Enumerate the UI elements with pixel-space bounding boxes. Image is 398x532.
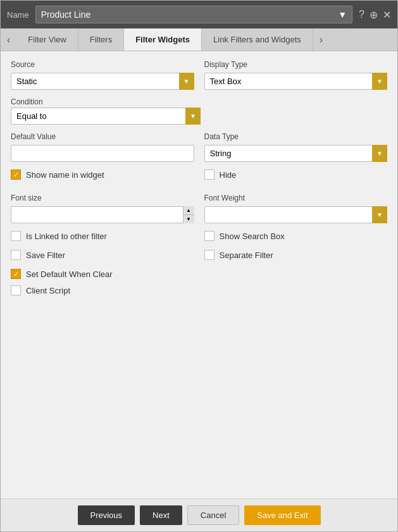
source-field: Source Static ▼ (11, 60, 194, 90)
display-type-label: Display Type (204, 60, 388, 69)
font-weight-label: Font Weight (204, 194, 388, 202)
source-select-wrapper: Static ▼ (11, 73, 194, 90)
separate-filter-label: Separate Filter (220, 251, 273, 260)
checkboxes-section: Is Linked to other filter Show Search Bo… (11, 231, 387, 295)
is-linked-checkbox[interactable] (11, 231, 21, 241)
tab-prev-icon: ‹ (7, 34, 10, 46)
display-type-select-wrapper: Text Box ▼ (204, 73, 388, 90)
save-exit-button[interactable]: Save and Exit (244, 505, 320, 525)
default-datatype-row: Default Value All Data Type String ▼ (11, 132, 387, 162)
show-search-checkbox[interactable] (204, 231, 215, 241)
client-script-label: Client Script (26, 286, 70, 295)
default-value-input[interactable]: All (11, 145, 194, 162)
condition-row: Condition Equal to ▼ (11, 97, 387, 125)
data-type-field: Data Type String ▼ (204, 132, 388, 162)
separate-filter-checkbox-row: Separate Filter (204, 250, 388, 260)
name-value: Product Line (41, 9, 91, 20)
display-type-field: Display Type Text Box ▼ (204, 60, 388, 90)
show-search-col: Show Search Box (204, 231, 388, 247)
tab-bar: ‹ Filter View Filters Filter Widgets Lin… (1, 28, 397, 51)
font-size-label: Font size (11, 194, 194, 202)
tab-filters-label: Filters (90, 35, 112, 44)
set-default-checkbox-row: Set Default When Clear (11, 269, 387, 279)
font-size-spinner-wrapper: ▲ ▼ (11, 206, 194, 223)
font-size-spinner: ▲ ▼ (183, 206, 194, 223)
source-label: Source (11, 60, 194, 69)
header-icons: ? ⊕ ✕ (359, 9, 391, 21)
condition-label: Condition (11, 97, 387, 106)
tab-filter-view[interactable]: Filter View (16, 28, 78, 51)
show-name-checkbox-row: Show name in widget (11, 170, 194, 180)
linked-search-row: Is Linked to other filter Show Search Bo… (11, 231, 387, 247)
hide-checkbox[interactable] (204, 170, 215, 180)
data-type-select-wrapper: String ▼ (204, 145, 388, 162)
hide-checkbox-row: Hide (204, 170, 388, 180)
tab-filter-widgets-label: Filter Widgets (135, 35, 190, 44)
condition-select-wrapper: Equal to ▼ (11, 108, 201, 125)
default-value-field: Default Value All (11, 132, 194, 162)
separate-filter-col: Separate Filter (204, 250, 388, 266)
is-linked-checkbox-row: Is Linked to other filter (11, 231, 194, 241)
font-size-increment-button[interactable]: ▲ (183, 206, 194, 215)
separate-filter-checkbox[interactable] (204, 250, 215, 260)
tab-filter-widgets[interactable]: Filter Widgets (124, 28, 202, 51)
tab-next-icon: › (320, 34, 323, 46)
hide-label: Hide (220, 170, 237, 180)
save-filter-col: Save Filter (11, 250, 194, 266)
display-type-select[interactable]: Text Box (204, 73, 388, 90)
font-size-input[interactable] (11, 206, 194, 223)
is-linked-col: Is Linked to other filter (11, 231, 194, 247)
dialog-footer: Previous Next Cancel Save and Exit (1, 498, 397, 531)
font-weight-select[interactable] (204, 206, 388, 223)
name-dropdown[interactable]: Product Line ▼ (35, 6, 352, 23)
show-name-checkbox[interactable] (11, 170, 21, 180)
tab-filter-view-label: Filter View (28, 35, 66, 44)
show-hide-row: Show name in widget Hide (11, 170, 387, 186)
condition-select[interactable]: Equal to (11, 108, 201, 125)
is-linked-label: Is Linked to other filter (26, 232, 107, 241)
font-weight-select-wrapper: ▼ (204, 206, 388, 223)
previous-button[interactable]: Previous (78, 505, 135, 525)
source-display-row: Source Static ▼ Display Type Text Box ▼ (11, 60, 387, 90)
show-name-label: Show name in widget (26, 170, 104, 180)
cancel-button[interactable]: Cancel (187, 505, 239, 525)
form-content: Source Static ▼ Display Type Text Box ▼ (1, 51, 397, 498)
set-default-label: Set Default When Clear (26, 269, 113, 279)
data-type-select[interactable]: String (204, 145, 388, 162)
font-size-field: Font size ▲ ▼ (11, 194, 194, 223)
tab-filters[interactable]: Filters (78, 28, 124, 51)
next-button[interactable]: Next (140, 505, 182, 525)
default-value-label: Default Value (11, 132, 194, 141)
source-select[interactable]: Static (11, 73, 194, 90)
save-filter-label: Save Filter (26, 251, 65, 260)
font-row: Font size ▲ ▼ Font Weight ▼ (11, 194, 387, 223)
client-script-checkbox-row: Client Script (11, 285, 387, 295)
dropdown-arrow-icon: ▼ (338, 9, 347, 20)
show-name-col: Show name in widget (11, 170, 194, 186)
move-icon[interactable]: ⊕ (370, 9, 378, 21)
font-size-decrement-button[interactable]: ▼ (183, 215, 194, 223)
dialog: Name Product Line ▼ ? ⊕ ✕ ‹ Filter View … (0, 0, 398, 532)
help-icon[interactable]: ? (359, 9, 364, 20)
client-script-checkbox[interactable] (11, 285, 21, 295)
show-search-checkbox-row: Show Search Box (204, 231, 388, 241)
save-separate-row: Save Filter Separate Filter (11, 250, 387, 266)
show-search-label: Show Search Box (220, 232, 285, 241)
tab-next-button[interactable]: › (313, 28, 329, 51)
name-label: Name (7, 10, 29, 20)
font-weight-field: Font Weight ▼ (204, 194, 388, 223)
tab-link-filters[interactable]: Link Filters and Widgets (202, 28, 313, 51)
tab-link-filters-label: Link Filters and Widgets (213, 35, 301, 44)
hide-col: Hide (204, 170, 388, 186)
dialog-header: Name Product Line ▼ ? ⊕ ✕ (1, 1, 397, 28)
tab-prev-button[interactable]: ‹ (1, 28, 16, 51)
close-icon[interactable]: ✕ (383, 9, 391, 21)
save-filter-checkbox-row: Save Filter (11, 250, 194, 260)
set-default-checkbox[interactable] (11, 269, 21, 279)
data-type-label: Data Type (204, 132, 388, 141)
save-filter-checkbox[interactable] (11, 250, 21, 260)
